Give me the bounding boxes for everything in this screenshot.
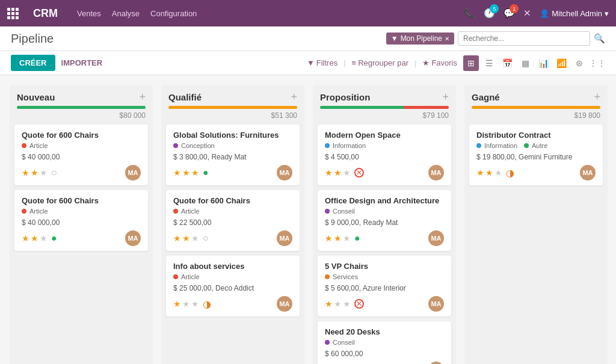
card-amount: $ 5 600,00, Azure Interior [325,284,444,292]
star-rating: ★★★ [173,168,199,177]
col-amount: $51 300 [161,111,304,125]
col-amount: $80 000 [10,111,153,125]
card-amount: $ 3 800,00, Ready Mat [173,153,292,161]
tag-label: Conseil [333,339,355,346]
creer-button[interactable]: CRÉER [11,55,55,71]
star-2: ★ [191,299,199,309]
avatar: MA [277,230,292,246]
status-icon: ○ [203,233,209,244]
clock-icon[interactable]: 🕐5 [484,8,495,19]
progress-bar-seg [17,106,146,109]
card-list: Global Solutions: Furnitures Conception … [161,125,304,316]
card-footer: ★★★ ● MA [325,362,444,364]
card-amount: $ 25 000,00, Deco Addict [173,284,292,292]
star-0: ★ [22,168,29,177]
card-list: Quote for 600 Chairs Article $ 40 000,00… [10,125,153,251]
filtres-button[interactable]: ▼ Filtres [307,58,337,67]
status-icon: ● [51,233,57,244]
card-tag: Article [173,273,292,280]
kanban-card[interactable]: Info about services Article $ 25 000,00,… [166,256,300,316]
kanban-card[interactable]: 5 VP Chairs Services $ 5 600,00, Azure I… [318,256,451,316]
status-icon: ✕ [354,168,364,177]
progress-bar-seg [472,106,600,109]
tag-dot [325,209,330,214]
pipeline-filter-tag[interactable]: ▼ Mon Pipeline ✕ [386,32,454,45]
star-rating: ★★★ [476,168,502,177]
star-rating: ★★★ [173,299,199,309]
col-add-button[interactable]: + [139,91,146,103]
star-1: ★ [334,233,342,243]
filter-label: Mon Pipeline [401,34,442,43]
tag-label: Article [181,208,200,215]
kanban-card[interactable]: Need 20 Desks Conseil $ 60 000,00 ★★★ ● … [318,321,451,364]
phone-icon[interactable]: 📞 [464,8,475,19]
kanban-card[interactable]: Quote for 600 Chairs Article $ 40 000,00… [14,125,148,185]
col-add-button[interactable]: + [291,91,297,103]
status-icon: ○ [51,167,57,178]
col-add-button[interactable]: + [594,91,600,103]
regrouper-button[interactable]: ≡ Regrouper par [352,58,408,67]
card-amount: $ 9 000,00, Ready Mat [325,218,444,227]
tag-label: Conception [181,142,215,149]
kanban-card[interactable]: Quote for 600 Chairs Article $ 22 500,00… [166,190,300,251]
star-2: ★ [40,168,48,177]
kanban-card[interactable]: Global Solutions: Furnitures Conception … [166,125,300,185]
card-footer-left: ★★★ ● [22,233,57,244]
app-grid-icon[interactable] [7,8,19,19]
search-input[interactable] [458,31,590,46]
bar-view-icon[interactable]: 📶 [553,55,569,71]
kanban-card[interactable]: Office Design and Architecture Conseil $… [318,190,451,251]
card-amount: $ 60 000,00 [325,350,444,358]
kanban-col-proposition: Proposition + $79 100 Modern Open Space … [313,85,456,364]
col-title: Gagné [472,92,500,102]
kanban-board: Nouveau + $80 000 Quote for 600 Chairs A… [0,75,616,364]
kanban-card[interactable]: Quote for 600 Chairs Article $ 40 000,00… [14,190,148,251]
app-logo: CRM [33,7,58,20]
card-title: Global Solutions: Furnitures [173,131,292,140]
card-footer: ★★★ ◑ MA [476,165,596,180]
star-rating: ★★★ [173,233,199,243]
col-amount: $19 800 [464,111,608,125]
tag-label: Conseil [333,208,355,215]
close-icon[interactable]: ✕ [523,8,531,19]
star-0: ★ [325,168,333,177]
pivot-view-icon[interactable]: ⊛ [571,55,587,71]
card-tag: Conseil [325,339,444,346]
kanban-card[interactable]: Distributor Contract Information Autre $… [469,125,603,185]
card-title: Quote for 600 Chairs [173,196,292,205]
card-title: Quote for 600 Chairs [22,131,141,140]
chat-icon[interactable]: 💬1 [504,8,515,19]
list-view-icon[interactable]: ☰ [481,55,497,71]
favoris-button[interactable]: ★ Favoris [422,58,457,67]
subheader: Pipeline ▼ Mon Pipeline ✕ 🔍 [0,26,616,51]
search-button[interactable]: 🔍 [594,33,605,44]
toolbar: CRÉER IMPORTER ▼ Filtres | ≡ Regrouper p… [0,51,616,75]
star-2: ★ [191,233,199,243]
tag2-label: Autre [532,142,547,149]
kanban-card[interactable]: Modern Open Space Information $ 4 500,00… [318,125,451,185]
status-icon: ◑ [506,167,514,179]
col-title: Proposition [320,92,370,102]
col-add-button[interactable]: + [442,91,449,103]
menu-analyse[interactable]: Analyse [112,9,140,18]
table-view-icon[interactable]: ▦ [517,55,533,71]
calendar-view-icon[interactable]: 📅 [499,55,515,71]
chart-view-icon[interactable]: 📊 [535,55,551,71]
separator: | [343,58,345,67]
card-amount: $ 19 800,00, Gemini Furniture [476,153,596,161]
star-rating: ★★★ [325,233,351,243]
user-menu[interactable]: 👤 Mitchell Admin ▾ [540,9,609,18]
kanban-view-icon[interactable]: ⊞ [463,55,479,71]
col-header: Gagné + [464,85,608,106]
star-rating: ★★★ [22,233,48,243]
card-tag: Article [22,208,141,215]
clock-badge: 5 [490,4,499,13]
card-title: Quote for 600 Chairs [22,196,141,205]
menu-ventes[interactable]: Ventes [77,9,101,18]
filter-close-icon[interactable]: ✕ [445,35,449,42]
menu-configuration[interactable]: Configuration [150,9,197,18]
avatar: MA [125,230,141,246]
grid2-view-icon[interactable]: ⋮⋮ [590,55,605,71]
page-title: Pipeline [11,32,379,46]
importer-button[interactable]: IMPORTER [61,58,103,67]
